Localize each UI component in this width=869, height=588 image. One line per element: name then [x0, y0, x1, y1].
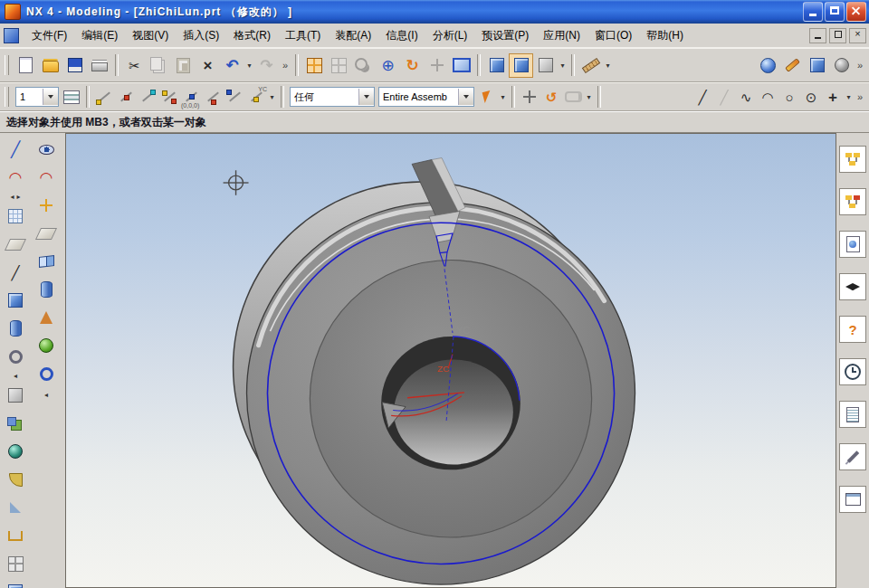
- menu-file[interactable]: 文件(F): [24, 26, 74, 45]
- line-tool-button[interactable]: ╱: [3, 137, 28, 162]
- sheet-tool-button[interactable]: [33, 249, 59, 274]
- toolbar-grip[interactable]: [5, 87, 9, 107]
- measure-dropdown[interactable]: ▾: [603, 53, 613, 77]
- undo-button[interactable]: ↶: [220, 53, 244, 78]
- spline-button[interactable]: ∿: [735, 86, 757, 108]
- pattern-tool-button[interactable]: [3, 551, 28, 576]
- toolbar-overflow-chevron[interactable]: »: [279, 60, 291, 71]
- curve-tool-button[interactable]: ◠: [33, 165, 59, 190]
- combo-arrow-button[interactable]: [458, 89, 473, 105]
- unite-tool-button[interactable]: [3, 411, 28, 436]
- revolve-tool-button[interactable]: [3, 316, 28, 341]
- new-button[interactable]: [14, 53, 38, 78]
- toolbar-overflow-chevron[interactable]: »: [854, 60, 866, 71]
- information-button[interactable]: [839, 401, 866, 428]
- line-button[interactable]: ╱: [692, 86, 713, 108]
- web-browser-button[interactable]: [756, 53, 780, 78]
- datum-axis-tool-button[interactable]: ╱: [3, 260, 28, 285]
- menu-application[interactable]: 应用(N): [536, 26, 587, 45]
- help-button[interactable]: ?: [839, 316, 866, 343]
- cylinder-tool-button[interactable]: [33, 277, 59, 302]
- type-filter-combobox[interactable]: 任何: [290, 87, 375, 107]
- arc-button[interactable]: ◠: [757, 86, 778, 108]
- mirror-tool-button[interactable]: [3, 579, 28, 588]
- assemblies-app-button[interactable]: [805, 53, 829, 78]
- menu-tools[interactable]: 工具(T): [278, 26, 328, 45]
- graphics-viewport[interactable]: YC ZC: [65, 133, 836, 588]
- modeling-app-button[interactable]: [829, 53, 854, 78]
- layer-settings-button[interactable]: [61, 86, 82, 108]
- constraint-navigator-button[interactable]: [839, 188, 866, 215]
- zoom-region-button[interactable]: [351, 53, 376, 78]
- chamfer-tool-button[interactable]: [3, 495, 28, 520]
- system-tools-button[interactable]: [839, 443, 866, 470]
- measure-button[interactable]: [578, 53, 603, 78]
- point-tool-button[interactable]: [33, 193, 59, 218]
- shell-tool-button[interactable]: [3, 523, 28, 548]
- wireframe-view-button[interactable]: [533, 53, 558, 78]
- menu-information[interactable]: 信息(I): [378, 26, 425, 45]
- snap-point-dropdown[interactable]: ▾: [267, 85, 277, 109]
- selection-intent-dropdown[interactable]: ▾: [498, 85, 508, 109]
- menu-preferences[interactable]: 预设置(P): [474, 26, 536, 45]
- circle-button[interactable]: ○: [778, 86, 800, 108]
- snap-midpoint-button[interactable]: [115, 85, 137, 109]
- maximize-button[interactable]: [825, 2, 845, 22]
- delete-button[interactable]: ×: [196, 53, 220, 78]
- menu-view[interactable]: 视图(V): [125, 26, 176, 45]
- block-tool-button[interactable]: [3, 383, 28, 408]
- snap-quadrant-button[interactable]: [224, 85, 245, 109]
- gear-blank-model[interactable]: YC ZC: [234, 158, 635, 585]
- snap-origin-button[interactable]: (0,0,0): [180, 85, 202, 109]
- sketch-tool-button[interactable]: [3, 204, 28, 229]
- target-tool-button[interactable]: [33, 361, 59, 386]
- zoom-box-button[interactable]: [327, 53, 351, 78]
- perspective-button[interactable]: [449, 53, 473, 78]
- sphere-tool-button[interactable]: [3, 439, 28, 464]
- shaded-with-edges-button[interactable]: [509, 53, 533, 78]
- snap-arc-center-button[interactable]: [202, 85, 224, 109]
- close-button[interactable]: [846, 2, 866, 22]
- snap-endpoint-button[interactable]: [93, 85, 115, 109]
- sphere-green-tool-button[interactable]: [33, 333, 59, 358]
- redo-button[interactable]: ↷: [254, 53, 279, 78]
- selection-scope-combobox[interactable]: Entire Assemb: [378, 87, 474, 107]
- work-layer-combobox[interactable]: 1: [15, 87, 59, 107]
- extrude-tool-button[interactable]: [3, 288, 28, 313]
- menu-insert[interactable]: 插入(S): [176, 26, 226, 45]
- link-dropdown[interactable]: ▾: [584, 85, 594, 109]
- find-component-button[interactable]: [519, 86, 540, 108]
- snap-wcs-point-button[interactable]: YC: [245, 85, 267, 109]
- print-button[interactable]: [87, 53, 111, 78]
- toolbar-grip[interactable]: [5, 55, 9, 75]
- rotate-view-button[interactable]: ↻: [400, 53, 425, 78]
- open-button[interactable]: [38, 53, 62, 78]
- reset-filter-button[interactable]: ↺: [540, 86, 562, 108]
- arc-tool-button[interactable]: ◠: [3, 165, 28, 190]
- minimize-button[interactable]: [803, 2, 823, 22]
- save-button[interactable]: [62, 53, 87, 78]
- snap-control-point-button[interactable]: [137, 85, 158, 109]
- shape-studio-button[interactable]: [780, 53, 805, 78]
- point-button[interactable]: +: [822, 86, 844, 108]
- blend-tool-button[interactable]: [3, 467, 28, 492]
- toolbar-overflow-chevron[interactable]: »: [854, 91, 866, 102]
- toolbar-flyout-arrows[interactable]: ◂▸: [3, 193, 28, 201]
- snap-intersection-button[interactable]: [158, 85, 180, 109]
- combo-arrow-button[interactable]: [43, 89, 58, 105]
- menu-window[interactable]: 窗口(O): [587, 26, 639, 45]
- palettes-button[interactable]: [839, 486, 866, 513]
- datum-plane-tool-button[interactable]: [3, 232, 28, 257]
- cut-button[interactable]: ✂: [122, 53, 147, 78]
- menu-assemblies[interactable]: 装配(A): [328, 26, 378, 45]
- undo-dropdown[interactable]: ▾: [244, 53, 254, 77]
- curve-dropdown[interactable]: ▾: [844, 85, 854, 109]
- shaded-view-button[interactable]: [484, 53, 509, 78]
- selection-intent-button[interactable]: [476, 86, 498, 108]
- copy-button[interactable]: [147, 53, 171, 78]
- menu-analysis[interactable]: 分析(L): [425, 26, 475, 45]
- assembly-navigator-button[interactable]: [839, 146, 866, 173]
- mdi-restore-button[interactable]: [829, 28, 846, 43]
- history-button[interactable]: [839, 358, 866, 385]
- zoom-in-out-button[interactable]: ⊕: [376, 53, 400, 78]
